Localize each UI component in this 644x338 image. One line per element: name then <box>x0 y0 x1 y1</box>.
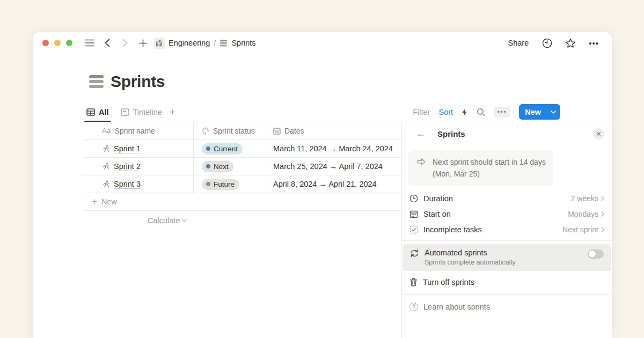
breadcrumb: Engineering / Sprints <box>153 36 256 49</box>
sprint-name[interactable]: Sprint 2 <box>114 162 141 171</box>
dates-cell[interactable]: March 25, 2024 → April 7, 2024 <box>266 158 401 175</box>
sprint-status-cell[interactable]: Current <box>193 140 266 157</box>
close-window-button[interactable] <box>42 40 49 46</box>
automations-bolt-icon[interactable] <box>462 108 468 116</box>
sprint-status-cell[interactable]: Future <box>193 175 266 193</box>
divider <box>402 294 612 295</box>
breadcrumb-page[interactable]: Sprints <box>219 36 255 49</box>
status-badge: Next <box>202 161 233 172</box>
new-button[interactable]: New <box>519 104 560 120</box>
next-sprint-banner: Next sprint should start in 14 days (Mon… <box>408 150 553 186</box>
repeat-icon <box>410 248 419 266</box>
tab-timeline[interactable]: Timeline <box>118 102 165 121</box>
sidebar-menu-icon[interactable] <box>84 36 95 49</box>
sprint-name-cell[interactable]: Sprint 3 <box>83 175 193 193</box>
breadcrumb-workspace-label[interactable]: Engineering <box>169 39 210 47</box>
filter-button[interactable]: Filter <box>413 108 430 116</box>
minimize-window-button[interactable] <box>54 40 61 46</box>
dates-cell[interactable]: March 11, 2024 → March 24, 2024 <box>266 140 401 157</box>
setting-label: Duration <box>423 194 453 203</box>
close-icon[interactable]: ✕ <box>593 128 604 139</box>
page-database-icon[interactable] <box>89 75 104 88</box>
sprint-name-cell[interactable]: Sprint 2 <box>83 158 193 175</box>
column-header-sprint-name[interactable]: Aa Sprint name <box>83 122 193 139</box>
new-button-label[interactable]: New <box>519 108 546 116</box>
breadcrumb-workspace[interactable] <box>153 36 165 49</box>
turn-off-sprints-button[interactable]: Turn off sprints <box>402 273 612 291</box>
table-row: Sprint 3 Future April 8, 2024 → April 21… <box>83 175 401 193</box>
status-dot <box>206 182 210 186</box>
calculate-label: Calculate <box>148 216 180 225</box>
setting-incomplete-tasks[interactable]: Incomplete tasks Next sprint <box>402 222 612 237</box>
plus-icon: + <box>92 196 97 207</box>
sprint-status-cell[interactable]: Next <box>193 158 266 175</box>
date-range: April 8, 2024 → April 21, 2024 <box>273 180 377 188</box>
sprint-name-cell[interactable]: Sprint 1 <box>83 140 193 157</box>
setting-duration[interactable]: Duration 2 weeks <box>402 190 612 206</box>
tab-all[interactable]: All <box>83 102 112 121</box>
setting-label: Start on <box>423 210 451 218</box>
share-button[interactable]: Share <box>508 39 529 47</box>
banner-line1: Next sprint should start in 14 days <box>433 158 546 166</box>
view-options-icon[interactable]: ••• <box>494 107 510 117</box>
divider <box>402 240 612 241</box>
table-footer: Calculate <box>83 211 401 230</box>
toggle-knob <box>589 251 596 258</box>
column-header-dates[interactable]: Dates <box>266 122 401 139</box>
sprints-table: Aa Sprint name Sprint status Dates <box>83 122 401 230</box>
favorite-star-icon[interactable] <box>565 36 576 49</box>
sort-button[interactable]: Sort <box>438 108 453 116</box>
automated-sprints-toggle[interactable] <box>588 249 604 259</box>
column-header-sprint-status[interactable]: Sprint status <box>193 122 266 139</box>
status-property-icon <box>202 127 209 135</box>
chevron-down-icon <box>182 219 187 222</box>
table-view-icon <box>86 108 95 116</box>
back-button[interactable] <box>102 36 113 49</box>
dates-cell[interactable]: April 8, 2024 → April 21, 2024 <box>266 175 401 193</box>
add-view-icon[interactable]: + <box>165 106 180 118</box>
table-row: Sprint 2 Next March 25, 2024 → April 7, … <box>83 158 401 175</box>
database-icon <box>219 40 228 47</box>
new-dropdown-chevron-icon[interactable] <box>546 111 560 114</box>
zoom-window-button[interactable] <box>66 40 72 46</box>
titlebar: Engineering / Sprints Share ••• <box>33 32 612 54</box>
chevron-right-icon <box>601 227 604 232</box>
breadcrumb-separator: / <box>214 39 216 47</box>
setting-start-on[interactable]: Start on Mondays <box>402 206 612 222</box>
banner-line2: (Mon, Mar 25) <box>433 170 480 178</box>
column-divider <box>266 122 266 194</box>
clock-icon <box>409 194 418 203</box>
nav-controls <box>84 36 148 49</box>
forward-button[interactable] <box>120 36 130 49</box>
setting-label: Incomplete tasks <box>423 225 482 234</box>
new-row-button[interactable]: + New <box>83 193 401 211</box>
more-options-icon[interactable]: ••• <box>589 39 599 48</box>
banner-text: Next sprint should start in 14 days (Mon… <box>433 157 546 180</box>
learn-about-sprints-link[interactable]: ? Learn about sprints <box>402 298 612 315</box>
new-tab-button[interactable] <box>137 36 148 49</box>
search-icon[interactable] <box>477 108 485 116</box>
sprint-name[interactable]: Sprint 1 <box>114 144 141 153</box>
table-header: Aa Sprint name Sprint status Dates <box>83 122 401 140</box>
workspace-building-icon <box>153 38 165 49</box>
status-label: Next <box>214 163 229 171</box>
status-dot <box>206 146 210 151</box>
calculate-button[interactable]: Calculate <box>148 216 187 225</box>
history-clock-icon[interactable] <box>541 36 552 49</box>
runner-icon <box>102 162 110 171</box>
table-row: Sprint 1 Current March 11, 2024 → March … <box>83 140 401 158</box>
setting-value: Next sprint <box>562 225 598 234</box>
panel-header: ← Sprints ✕ <box>402 122 612 145</box>
column-label: Dates <box>284 127 304 135</box>
automated-sprints-subtitle: Sprints complete automatically <box>425 259 516 266</box>
automated-sprints-title: Automated sprints <box>425 248 516 257</box>
status-label: Current <box>214 145 238 153</box>
chevron-right-icon <box>601 196 604 201</box>
arrow-right-icon <box>417 157 426 180</box>
page-title[interactable]: Sprints <box>111 72 165 91</box>
tab-all-label: All <box>99 108 109 116</box>
sprint-name[interactable]: Sprint 3 <box>114 180 141 188</box>
automated-sprints-row[interactable]: Automated sprints Sprints complete autom… <box>402 244 611 271</box>
back-arrow-icon[interactable]: ← <box>416 129 426 138</box>
date-range: March 25, 2024 → April 7, 2024 <box>273 162 383 171</box>
